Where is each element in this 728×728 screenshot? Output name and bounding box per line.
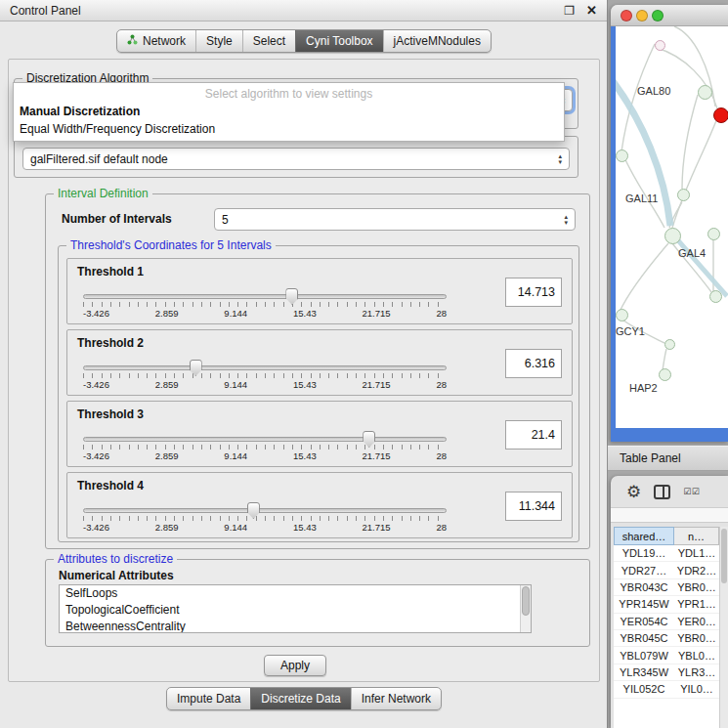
cell[interactable]: YBL079W — [614, 647, 674, 663]
list-scrollbar[interactable] — [520, 585, 531, 632]
table-data-group: Table Data galFiltered.sif default node … — [14, 136, 578, 178]
mac-minimize-icon[interactable] — [636, 10, 648, 21]
network-node[interactable] — [709, 290, 722, 303]
table-row[interactable]: YDR27…YDR2… — [614, 562, 719, 578]
threshold-2-label: Threshold 2 — [77, 336, 144, 350]
cell[interactable]: YBL0… — [674, 647, 719, 663]
tab-jactivemnodules[interactable]: jActiveMNodules — [383, 30, 491, 52]
cell[interactable]: YIL052C — [614, 681, 674, 697]
table-row[interactable]: YLR345WYLR3… — [614, 664, 719, 681]
network-node[interactable] — [707, 228, 720, 240]
cell[interactable]: YER0… — [674, 614, 719, 629]
table-filter-strip — [611, 507, 728, 523]
select-all-icon[interactable]: ☑☑ — [683, 487, 700, 496]
table-panel-header: Table Panel — [608, 446, 728, 471]
slider-track[interactable] — [83, 437, 447, 442]
network-node[interactable] — [616, 309, 628, 321]
column-header-shared-name[interactable]: shared… — [614, 527, 674, 545]
close-icon[interactable]: ✕ — [586, 5, 597, 17]
list-item[interactable]: TopologicalCoefficient — [60, 602, 531, 619]
tick-label: 9.144 — [224, 450, 247, 461]
cell[interactable]: YPR145W — [614, 596, 674, 612]
network-node-selected-red[interactable] — [713, 107, 728, 123]
float-window-icon[interactable]: ❐ — [564, 5, 575, 17]
tab-cyni-toolbox[interactable]: Cyni Toolbox — [295, 30, 382, 52]
tab-jactivemnodules-label: jActiveMNodules — [394, 34, 481, 48]
threshold-1-value-field[interactable]: 14.713 — [505, 278, 562, 307]
threshold-4-value-field[interactable]: 11.344 — [505, 492, 562, 521]
slider-track[interactable] — [83, 508, 447, 513]
network-node[interactable] — [664, 339, 675, 350]
tab-infer-network[interactable]: Infer Network — [351, 688, 441, 709]
columns-icon[interactable] — [654, 485, 670, 499]
network-canvas[interactable]: GAL80 GAL11 GAL4 GCY1 HAP2 — [616, 26, 728, 428]
algorithm-option-manual[interactable]: Manual Discretization — [14, 104, 564, 121]
network-node[interactable] — [677, 189, 690, 201]
table-row[interactable]: YDL19…YDL1… — [614, 545, 719, 562]
node-label: GAL80 — [637, 85, 670, 97]
numerical-attributes-list[interactable]: SelfLoops TopologicalCoefficient Between… — [59, 584, 532, 633]
table-row[interactable]: YBR043CYBR0… — [614, 579, 719, 596]
mac-close-icon[interactable] — [621, 10, 632, 21]
table-header-row: shared… n… — [614, 527, 719, 545]
cell[interactable]: YIL0… — [674, 681, 719, 697]
combo-arrows-icon: ▴▾ — [551, 153, 562, 165]
list-item[interactable]: SelfLoops — [60, 585, 531, 602]
cell[interactable]: YPR1… — [674, 596, 719, 612]
table-row[interactable]: YBL079WYBL0… — [614, 647, 719, 664]
slider-ticks — [83, 516, 447, 521]
cell[interactable]: YBR0… — [674, 630, 719, 646]
cell[interactable]: YBR043C — [614, 579, 674, 595]
tick-label: 2.859 — [155, 308, 179, 319]
threshold-3-slider[interactable]: -3.426 2.859 9.144 15.43 21.715 28 — [83, 428, 447, 461]
cell[interactable]: YDL1… — [674, 545, 719, 561]
threshold-3-value-field[interactable]: 21.4 — [505, 420, 562, 450]
network-node[interactable] — [664, 228, 681, 244]
column-header-name[interactable]: n… — [674, 527, 719, 545]
cell[interactable]: YBR0… — [674, 579, 719, 595]
cell[interactable]: YDL19… — [614, 545, 674, 561]
network-node[interactable] — [698, 85, 712, 100]
control-panel-title: Control Panel — [10, 4, 81, 18]
table-row[interactable]: YER054CYER0… — [614, 614, 719, 630]
tab-select[interactable]: Select — [242, 30, 295, 52]
table-scrollbar[interactable] — [719, 527, 728, 728]
tab-style[interactable]: Style — [195, 30, 242, 52]
table-toolbar: ⚙ ☑☑ — [611, 476, 728, 507]
table-data-combobox-value: galFiltered.sif default node — [30, 152, 168, 166]
tab-network[interactable]: Network — [117, 30, 195, 52]
network-node[interactable] — [616, 150, 628, 162]
cell[interactable]: YDR27… — [614, 562, 674, 578]
mac-zoom-icon[interactable] — [652, 10, 664, 21]
network-node[interactable] — [659, 368, 671, 381]
threshold-1-slider[interactable]: -3.426 2.859 9.144 15.43 21.715 28 — [83, 285, 447, 319]
scrollbar-thumb[interactable] — [522, 586, 530, 616]
slider-track[interactable] — [83, 365, 447, 370]
threshold-2-value-field[interactable]: 6.316 — [505, 349, 562, 378]
network-node[interactable] — [655, 40, 665, 51]
algorithm-option-equal-width[interactable]: Equal Width/Frequency Discretization — [14, 121, 564, 139]
list-item[interactable]: BetweennessCentrality — [60, 619, 531, 633]
cell[interactable]: YLR3… — [674, 664, 719, 680]
threshold-3-label: Threshold 3 — [77, 407, 144, 421]
gear-icon[interactable]: ⚙ — [626, 484, 641, 500]
threshold-4-slider[interactable]: -3.426 2.859 9.144 15.43 21.715 28 — [83, 499, 447, 533]
apply-button[interactable]: Apply — [264, 655, 326, 676]
node-label: GCY1 — [616, 325, 645, 337]
node-table: shared… n… YDL19…YDL1… YDR27…YDR2… YBR04… — [614, 527, 719, 728]
table-row[interactable]: YIL052CYIL0… — [614, 681, 719, 698]
cell[interactable]: YDR2… — [674, 562, 719, 578]
threshold-2-slider[interactable]: -3.426 2.859 9.144 15.43 21.715 28 — [83, 357, 447, 390]
cell[interactable]: YER054C — [614, 614, 674, 629]
tick-label: -3.426 — [83, 308, 109, 319]
tab-discretize-data[interactable]: Discretize Data — [250, 688, 350, 709]
cell[interactable]: YBR045C — [614, 630, 674, 646]
table-data-combobox[interactable]: galFiltered.sif default node ▴▾ — [22, 148, 570, 170]
table-row[interactable]: YPR145WYPR1… — [614, 596, 719, 613]
tab-impute-data[interactable]: Impute Data — [167, 688, 250, 709]
number-of-intervals-combobox[interactable]: 5 ▴▾ — [214, 208, 576, 231]
scrollbar-thumb[interactable] — [721, 529, 727, 583]
table-row[interactable]: YBR045CYBR0… — [614, 630, 719, 647]
cell[interactable]: YLR345W — [614, 664, 674, 680]
slider-track[interactable] — [83, 294, 447, 299]
